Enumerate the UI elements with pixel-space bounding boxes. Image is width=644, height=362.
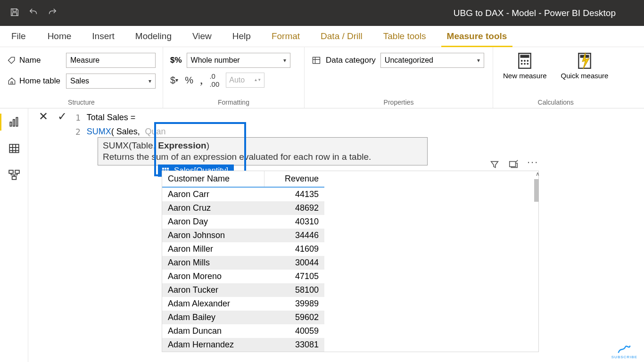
scrollbar[interactable]: ∧ [534, 171, 541, 350]
table-row[interactable]: Aaron Tucker58100 [162, 283, 324, 297]
cell-revenue: 30044 [264, 256, 324, 270]
table-row[interactable]: Aaron Miller41609 [162, 242, 324, 256]
currency-button[interactable]: $ ▾ [170, 75, 178, 86]
cell-revenue: 58100 [264, 283, 324, 297]
cell-revenue: 48692 [264, 201, 324, 215]
column-header-customer[interactable]: Customer Name [162, 171, 264, 187]
svg-rect-17 [12, 176, 16, 180]
svg-rect-13 [16, 117, 17, 126]
tab-format[interactable]: Format [261, 26, 310, 47]
cancel-formula-icon[interactable]: ✕ [37, 110, 50, 123]
group-label: Calculations [500, 96, 611, 108]
table-row[interactable]: Adam Alexander39989 [162, 297, 324, 311]
svg-point-7 [524, 63, 526, 65]
group-label: Properties [312, 96, 486, 108]
formula-line[interactable]: SUMX( Sales, Quan [82, 125, 166, 138]
focus-mode-icon[interactable] [508, 159, 519, 172]
cell-customer: Aaron Carr [162, 187, 264, 201]
svg-rect-0 [313, 57, 320, 63]
column-header-revenue[interactable]: Revenue [264, 171, 324, 187]
svg-point-3 [521, 60, 523, 62]
model-view-button[interactable] [7, 168, 21, 182]
table-row[interactable]: Aaron Mills30044 [162, 256, 324, 270]
home-table-select[interactable]: Sales▾ [66, 74, 156, 89]
formula-line[interactable]: Total Sales = [82, 111, 166, 124]
svg-rect-19 [510, 162, 516, 167]
svg-point-4 [524, 60, 526, 62]
group-calculations: New measure Quick measure Calculations [493, 47, 618, 108]
data-category-select[interactable]: Uncategorized▾ [380, 53, 484, 68]
tab-modeling[interactable]: Modeling [125, 26, 182, 47]
svg-point-8 [527, 63, 529, 65]
tab-view[interactable]: View [182, 26, 222, 47]
cell-customer: Adam Hernandez [162, 338, 264, 352]
data-view-button[interactable] [7, 141, 21, 156]
table-row[interactable]: Aaron Day40310 [162, 215, 324, 229]
data-category-label: Data category [312, 56, 376, 65]
tab-help[interactable]: Help [222, 26, 261, 47]
cell-revenue: 59602 [264, 311, 324, 324]
table-row[interactable]: Aaron Cruz48692 [162, 201, 324, 215]
svg-point-5 [527, 60, 529, 62]
save-icon[interactable] [9, 7, 20, 19]
table-row[interactable]: Aaron Carr44135 [162, 187, 324, 201]
measure-name-input[interactable] [66, 53, 156, 68]
format-type-icon: $% [170, 56, 182, 65]
new-measure-button[interactable]: New measure [500, 52, 550, 80]
table-row[interactable]: Aaron Johnson34446 [162, 229, 324, 242]
intellisense-tooltip: SUMX(Table, Expression) Returns the sum … [98, 137, 428, 165]
quick-measure-button[interactable]: Quick measure [558, 52, 611, 80]
visual-toolbar: ··· [489, 159, 538, 172]
report-view-button[interactable] [7, 115, 21, 129]
line-number: 2 [75, 125, 81, 138]
cell-customer: Aaron Moreno [162, 270, 264, 283]
tab-data-drill[interactable]: Data / Drill [310, 26, 373, 47]
undo-icon[interactable] [28, 7, 39, 19]
group-label: Structure [7, 96, 156, 108]
table-row[interactable]: Adam Bailey59602 [162, 311, 324, 324]
decimals-button[interactable]: .0.00 [209, 72, 219, 88]
table-row[interactable]: Aaron Moreno47105 [162, 270, 324, 283]
cell-revenue: 47105 [264, 270, 324, 283]
cell-customer: Aaron Cruz [162, 201, 264, 215]
format-type-select[interactable]: Whole number▾ [187, 53, 290, 68]
svg-rect-14 [9, 144, 19, 152]
scroll-up-icon[interactable]: ∧ [534, 171, 541, 177]
ribbon: Name Home table Sales▾ Structure $% Who [0, 47, 644, 108]
percent-button[interactable]: % [185, 75, 193, 86]
cell-revenue: 39989 [264, 297, 324, 311]
svg-point-6 [521, 63, 523, 65]
tab-file[interactable]: File [0, 26, 37, 47]
cell-revenue: 33081 [264, 338, 324, 352]
commit-formula-icon[interactable]: ✓ [56, 110, 69, 123]
report-canvas: ✕ ✓ 1 Total Sales = 2 SUMX( Sales, Quan … [28, 108, 644, 362]
table-visual[interactable]: Customer Name Revenue Aaron Carr44135Aar… [162, 171, 539, 352]
tab-measure-tools[interactable]: Measure tools [437, 26, 518, 47]
formula-bar[interactable]: ✕ ✓ 1 Total Sales = 2 SUMX( Sales, Quan [37, 110, 639, 139]
table-row[interactable]: Adam Hernandez33081 [162, 338, 324, 352]
svg-rect-16 [15, 170, 19, 173]
group-structure: Name Home table Sales▾ Structure [0, 47, 163, 108]
group-formatting: $% Whole number▾ $ ▾ % , .0.00 Auto ▲▼ F… [163, 47, 305, 108]
cell-customer: Adam Duncan [162, 324, 264, 338]
tab-home[interactable]: Home [37, 26, 82, 47]
tab-insert[interactable]: Insert [82, 26, 125, 47]
app-title: UBG to DAX - Model - Power BI Desktop [58, 8, 635, 18]
filter-icon[interactable] [489, 159, 500, 172]
redo-icon[interactable] [47, 7, 58, 19]
name-label: Name [7, 56, 61, 65]
more-options-icon[interactable]: ··· [527, 159, 538, 172]
cell-customer: Aaron Mills [162, 256, 264, 270]
table-row[interactable]: Adam Duncan40059 [162, 324, 324, 338]
ribbon-tabs: File Home Insert Modeling View Help Form… [0, 26, 644, 47]
scroll-thumb[interactable] [534, 179, 539, 202]
thousands-button[interactable]: , [200, 73, 203, 87]
cell-revenue: 40310 [264, 215, 324, 229]
cell-revenue: 34446 [264, 229, 324, 242]
cell-customer: Adam Bailey [162, 311, 264, 324]
cell-customer: Adam Alexander [162, 297, 264, 311]
decimal-auto-input[interactable]: Auto ▲▼ [226, 73, 264, 88]
tab-table-tools[interactable]: Table tools [373, 26, 437, 47]
cell-customer: Aaron Tucker [162, 283, 264, 297]
cell-revenue: 40059 [264, 324, 324, 338]
